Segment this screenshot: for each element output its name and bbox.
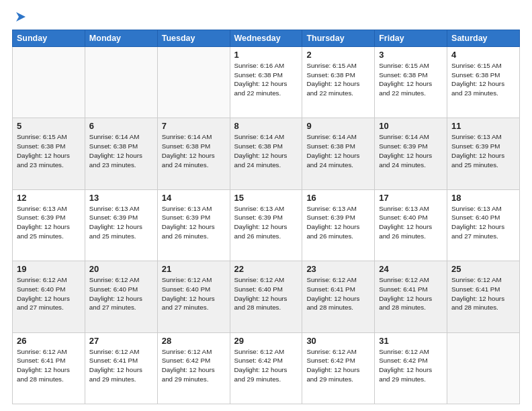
- day-info: Sunrise: 6:12 AM Sunset: 6:41 PM Dayligh…: [451, 275, 515, 312]
- calendar-day-16: 16Sunrise: 6:13 AM Sunset: 6:39 PM Dayli…: [302, 189, 375, 261]
- calendar-day-6: 6Sunrise: 6:14 AM Sunset: 6:38 PM Daylig…: [85, 118, 157, 189]
- calendar-header-saturday: Saturday: [447, 30, 520, 47]
- day-number: 9: [306, 121, 370, 131]
- day-info: Sunrise: 6:12 AM Sunset: 6:40 PM Dayligh…: [89, 275, 153, 312]
- calendar-day-10: 10Sunrise: 6:14 AM Sunset: 6:39 PM Dayli…: [375, 118, 447, 189]
- day-info: Sunrise: 6:12 AM Sunset: 6:41 PM Dayligh…: [379, 275, 443, 312]
- day-info: Sunrise: 6:13 AM Sunset: 6:39 PM Dayligh…: [17, 204, 81, 241]
- day-number: 17: [379, 193, 443, 203]
- page: SundayMondayTuesdayWednesdayThursdayFrid…: [0, 0, 532, 411]
- calendar-day-24: 24Sunrise: 6:12 AM Sunset: 6:41 PM Dayli…: [375, 261, 447, 332]
- calendar-header-tuesday: Tuesday: [157, 30, 230, 47]
- day-number: 1: [234, 50, 298, 60]
- calendar-header-sunday: Sunday: [13, 30, 85, 47]
- day-info: Sunrise: 6:12 AM Sunset: 6:42 PM Dayligh…: [162, 347, 226, 384]
- calendar-header-monday: Monday: [85, 30, 157, 47]
- calendar-day-28: 28Sunrise: 6:12 AM Sunset: 6:42 PM Dayli…: [157, 332, 230, 404]
- day-number: 6: [89, 121, 153, 131]
- calendar-day-3: 3Sunrise: 6:15 AM Sunset: 6:38 PM Daylig…: [375, 47, 447, 118]
- day-number: 12: [17, 193, 81, 203]
- calendar-day-26: 26Sunrise: 6:12 AM Sunset: 6:41 PM Dayli…: [13, 332, 85, 404]
- calendar-week-row: 12Sunrise: 6:13 AM Sunset: 6:39 PM Dayli…: [13, 189, 520, 261]
- day-number: 26: [17, 336, 81, 346]
- day-info: Sunrise: 6:13 AM Sunset: 6:39 PM Dayligh…: [162, 204, 226, 241]
- calendar-day-5: 5Sunrise: 6:15 AM Sunset: 6:38 PM Daylig…: [13, 118, 85, 189]
- day-number: 22: [234, 264, 298, 274]
- day-info: Sunrise: 6:12 AM Sunset: 6:41 PM Dayligh…: [89, 347, 153, 384]
- day-info: Sunrise: 6:13 AM Sunset: 6:40 PM Dayligh…: [451, 204, 515, 241]
- day-number: 20: [89, 264, 153, 274]
- day-number: 5: [17, 121, 81, 131]
- day-info: Sunrise: 6:12 AM Sunset: 6:40 PM Dayligh…: [162, 275, 226, 312]
- day-number: 25: [451, 264, 515, 274]
- calendar-week-row: 19Sunrise: 6:12 AM Sunset: 6:40 PM Dayli…: [13, 261, 520, 332]
- calendar-empty: [157, 47, 230, 118]
- day-number: 7: [162, 121, 226, 131]
- day-number: 29: [234, 336, 298, 346]
- day-info: Sunrise: 6:12 AM Sunset: 6:42 PM Dayligh…: [234, 347, 298, 384]
- logo: [12, 11, 28, 23]
- day-info: Sunrise: 6:13 AM Sunset: 6:39 PM Dayligh…: [451, 132, 515, 169]
- day-number: 15: [234, 193, 298, 203]
- calendar-day-27: 27Sunrise: 6:12 AM Sunset: 6:41 PM Dayli…: [85, 332, 157, 404]
- calendar-week-row: 5Sunrise: 6:15 AM Sunset: 6:38 PM Daylig…: [13, 118, 520, 189]
- calendar-day-8: 8Sunrise: 6:14 AM Sunset: 6:38 PM Daylig…: [230, 118, 302, 189]
- calendar-week-row: 26Sunrise: 6:12 AM Sunset: 6:41 PM Dayli…: [13, 332, 520, 404]
- calendar-empty: [447, 332, 520, 404]
- header: [12, 11, 520, 23]
- calendar-day-18: 18Sunrise: 6:13 AM Sunset: 6:40 PM Dayli…: [447, 189, 520, 261]
- day-info: Sunrise: 6:13 AM Sunset: 6:39 PM Dayligh…: [234, 204, 298, 241]
- calendar-day-22: 22Sunrise: 6:12 AM Sunset: 6:40 PM Dayli…: [230, 261, 302, 332]
- calendar-table: SundayMondayTuesdayWednesdayThursdayFrid…: [12, 30, 520, 404]
- day-info: Sunrise: 6:12 AM Sunset: 6:42 PM Dayligh…: [306, 347, 370, 384]
- day-info: Sunrise: 6:16 AM Sunset: 6:38 PM Dayligh…: [234, 61, 298, 98]
- day-number: 16: [306, 193, 370, 203]
- day-number: 19: [17, 264, 81, 274]
- day-info: Sunrise: 6:15 AM Sunset: 6:38 PM Dayligh…: [451, 61, 515, 98]
- day-info: Sunrise: 6:12 AM Sunset: 6:41 PM Dayligh…: [306, 275, 370, 312]
- calendar-day-21: 21Sunrise: 6:12 AM Sunset: 6:40 PM Dayli…: [157, 261, 230, 332]
- calendar-day-15: 15Sunrise: 6:13 AM Sunset: 6:39 PM Dayli…: [230, 189, 302, 261]
- calendar-empty: [85, 47, 157, 118]
- day-info: Sunrise: 6:14 AM Sunset: 6:39 PM Dayligh…: [379, 132, 443, 169]
- calendar-day-13: 13Sunrise: 6:13 AM Sunset: 6:39 PM Dayli…: [85, 189, 157, 261]
- calendar-day-30: 30Sunrise: 6:12 AM Sunset: 6:42 PM Dayli…: [302, 332, 375, 404]
- svg-marker-0: [16, 12, 26, 21]
- day-info: Sunrise: 6:13 AM Sunset: 6:39 PM Dayligh…: [306, 204, 370, 241]
- calendar-day-20: 20Sunrise: 6:12 AM Sunset: 6:40 PM Dayli…: [85, 261, 157, 332]
- day-number: 11: [451, 121, 515, 131]
- day-number: 23: [306, 264, 370, 274]
- calendar-empty: [13, 47, 85, 118]
- day-info: Sunrise: 6:14 AM Sunset: 6:38 PM Dayligh…: [306, 132, 370, 169]
- calendar-day-7: 7Sunrise: 6:14 AM Sunset: 6:38 PM Daylig…: [157, 118, 230, 189]
- calendar-header-thursday: Thursday: [302, 30, 375, 47]
- day-info: Sunrise: 6:15 AM Sunset: 6:38 PM Dayligh…: [306, 61, 370, 98]
- day-number: 2: [306, 50, 370, 60]
- day-number: 21: [162, 264, 226, 274]
- day-info: Sunrise: 6:14 AM Sunset: 6:38 PM Dayligh…: [162, 132, 226, 169]
- calendar-day-12: 12Sunrise: 6:13 AM Sunset: 6:39 PM Dayli…: [13, 189, 85, 261]
- calendar-day-29: 29Sunrise: 6:12 AM Sunset: 6:42 PM Dayli…: [230, 332, 302, 404]
- calendar-day-31: 31Sunrise: 6:12 AM Sunset: 6:42 PM Dayli…: [375, 332, 447, 404]
- day-number: 3: [379, 50, 443, 60]
- day-number: 24: [379, 264, 443, 274]
- calendar-day-11: 11Sunrise: 6:13 AM Sunset: 6:39 PM Dayli…: [447, 118, 520, 189]
- day-info: Sunrise: 6:14 AM Sunset: 6:38 PM Dayligh…: [89, 132, 153, 169]
- day-number: 8: [234, 121, 298, 131]
- calendar-day-2: 2Sunrise: 6:15 AM Sunset: 6:38 PM Daylig…: [302, 47, 375, 118]
- calendar-day-1: 1Sunrise: 6:16 AM Sunset: 6:38 PM Daylig…: [230, 47, 302, 118]
- day-number: 27: [89, 336, 153, 346]
- day-info: Sunrise: 6:13 AM Sunset: 6:39 PM Dayligh…: [89, 204, 153, 241]
- day-number: 10: [379, 121, 443, 131]
- day-info: Sunrise: 6:13 AM Sunset: 6:40 PM Dayligh…: [379, 204, 443, 241]
- calendar-week-row: 1Sunrise: 6:16 AM Sunset: 6:38 PM Daylig…: [13, 47, 520, 118]
- day-number: 31: [379, 336, 443, 346]
- day-info: Sunrise: 6:14 AM Sunset: 6:38 PM Dayligh…: [234, 132, 298, 169]
- day-info: Sunrise: 6:15 AM Sunset: 6:38 PM Dayligh…: [379, 61, 443, 98]
- calendar-day-4: 4Sunrise: 6:15 AM Sunset: 6:38 PM Daylig…: [447, 47, 520, 118]
- day-number: 30: [306, 336, 370, 346]
- day-info: Sunrise: 6:12 AM Sunset: 6:42 PM Dayligh…: [379, 347, 443, 384]
- day-number: 28: [162, 336, 226, 346]
- calendar-header-wednesday: Wednesday: [230, 30, 302, 47]
- calendar-day-23: 23Sunrise: 6:12 AM Sunset: 6:41 PM Dayli…: [302, 261, 375, 332]
